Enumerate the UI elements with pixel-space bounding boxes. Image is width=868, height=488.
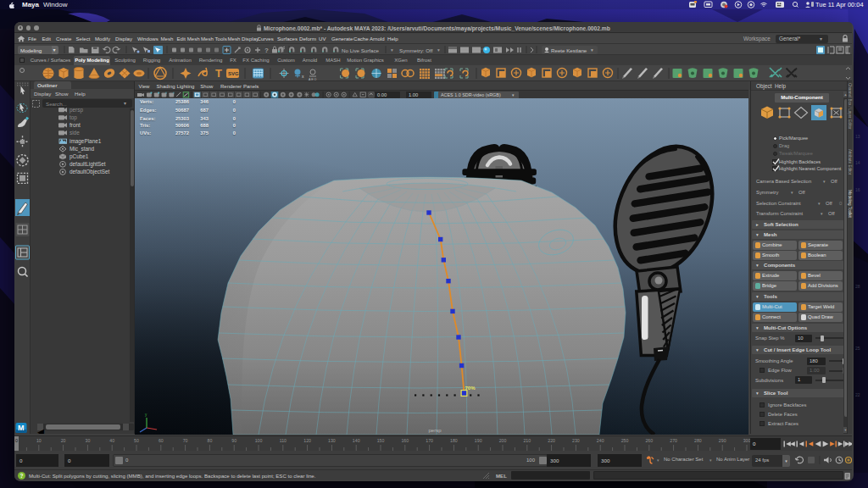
svg-text:16: 16	[855, 187, 860, 192]
svg-text:T: T	[215, 67, 222, 80]
svg-text:Reete Kestlane: Reete Kestlane	[551, 47, 587, 53]
svg-text:160: 160	[401, 438, 409, 443]
svg-text:120: 120	[303, 438, 311, 443]
svg-text:20: 20	[61, 438, 66, 443]
svg-text:x: x	[302, 74, 304, 79]
svg-text:90: 90	[231, 438, 236, 443]
svg-text:front: front	[70, 122, 81, 128]
svg-text:persp: persp	[70, 107, 83, 114]
svg-text:persp: persp	[428, 428, 442, 433]
svg-text:top: top	[70, 114, 77, 121]
svg-text:28: 28	[855, 284, 860, 289]
svg-text:270: 270	[670, 438, 677, 443]
svg-text:100: 100	[255, 438, 263, 443]
svg-text:22: 22	[855, 392, 860, 397]
svg-text:110: 110	[280, 438, 287, 443]
svg-text:260: 260	[645, 438, 653, 443]
svg-text:14: 14	[855, 160, 860, 165]
svg-text:130: 130	[328, 438, 336, 443]
svg-text:side: side	[70, 130, 80, 136]
svg-text:250: 250	[621, 438, 629, 443]
svg-text:30: 30	[86, 438, 91, 443]
svg-text:280: 280	[694, 438, 702, 443]
svg-text:170: 170	[426, 438, 433, 443]
svg-text:70: 70	[183, 438, 188, 443]
svg-text:190: 190	[475, 438, 482, 443]
svg-text:Mic_stand: Mic_stand	[70, 146, 95, 152]
svg-text:No Live Surface: No Live Surface	[342, 47, 380, 53]
svg-text:230: 230	[572, 438, 580, 443]
svg-text:?: ?	[264, 47, 269, 54]
svg-text:60: 60	[159, 438, 164, 443]
svg-text:240: 240	[597, 438, 604, 443]
svg-text:pCube1: pCube1	[70, 153, 89, 160]
svg-text:defaultLightSet: defaultLightSet	[70, 161, 106, 168]
svg-text:210: 210	[523, 438, 531, 443]
svg-text:▾: ▾	[391, 47, 393, 53]
svg-text:25: 25	[855, 346, 860, 351]
svg-text:10: 10	[36, 438, 42, 443]
svg-text:150: 150	[377, 438, 385, 443]
svg-text:80: 80	[208, 438, 213, 443]
svg-text:▾: ▾	[591, 47, 593, 53]
svg-text:50: 50	[134, 438, 139, 443]
svg-text:Symmetry: Off: Symmetry: Off	[399, 47, 433, 53]
svg-text:40: 40	[109, 438, 114, 443]
svg-text:140: 140	[353, 438, 360, 443]
svg-text:200: 200	[499, 438, 507, 443]
svg-text:defaultObjectSet: defaultObjectSet	[70, 169, 109, 175]
svg-text:70%: 70%	[465, 385, 476, 391]
svg-text:A E O: A E O	[309, 78, 317, 81]
svg-text:▾: ▾	[437, 47, 440, 53]
svg-text:13: 13	[855, 134, 860, 139]
svg-text:M: M	[18, 424, 25, 432]
svg-text:220: 220	[548, 438, 555, 443]
svg-text:imagePlane1: imagePlane1	[70, 138, 102, 145]
svg-text:0: 0	[15, 438, 18, 443]
svg-text:180: 180	[450, 438, 458, 443]
svg-text:SVG: SVG	[228, 71, 239, 76]
svg-text:290: 290	[719, 438, 726, 443]
